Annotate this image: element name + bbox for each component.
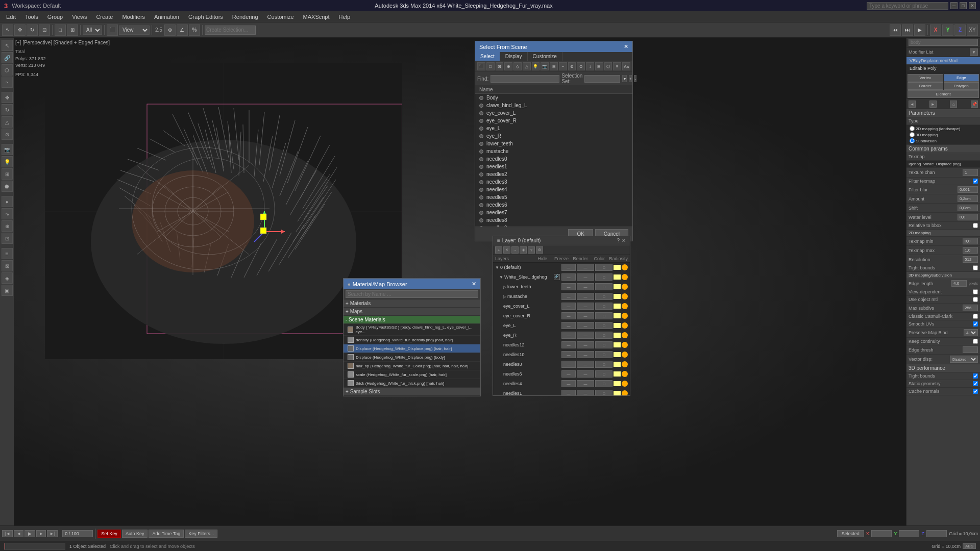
obj-body[interactable]: Body <box>475 94 632 102</box>
mat-browser-close[interactable]: ✕ <box>472 281 476 287</box>
lt-place[interactable]: ⊙ <box>2 129 13 140</box>
keep-cont-check[interactable] <box>973 339 978 344</box>
layer-close[interactable]: ✕ <box>622 238 626 243</box>
abs-rel-btn[interactable]: ABS <box>963 543 976 549</box>
rotate-tool[interactable]: ↻ <box>27 24 38 36</box>
lt-bind[interactable]: ⬡ <box>2 64 13 76</box>
preserve-map-select[interactable]: All <box>964 329 978 336</box>
lt-link[interactable]: 🔗 <box>2 52 13 63</box>
layer-item-eye-cr[interactable]: eye_cover_R — — □ <box>493 311 630 321</box>
cache-normals-check[interactable] <box>973 389 978 394</box>
layer-color-n1[interactable] <box>614 391 621 395</box>
layer-freeze-white[interactable]: — <box>577 273 594 281</box>
layer-render-eye-cr[interactable]: □ <box>595 312 612 319</box>
type-subdiv-radio[interactable] <box>910 138 915 143</box>
layer-freeze-n12[interactable]: — <box>577 341 594 348</box>
layer-new[interactable]: + <box>495 246 502 254</box>
layer-rad-must[interactable] <box>622 293 628 299</box>
frame-counter[interactable] <box>62 530 93 537</box>
layer-hide-white[interactable]: — <box>561 273 576 281</box>
resolution-input[interactable] <box>963 256 978 263</box>
search-input[interactable] <box>867 2 948 10</box>
layer-item-white[interactable]: ▼ White_Slee...dgehog 🔗 — — □ <box>493 272 630 282</box>
layer-color-must[interactable] <box>614 294 621 299</box>
layer-render-n4[interactable]: □ <box>595 380 612 387</box>
layer-render-lower[interactable]: □ <box>595 283 612 290</box>
lt-layer[interactable]: ≡ <box>2 248 13 259</box>
layer-rad-n1[interactable] <box>622 390 628 395</box>
layer-color-eye-cl[interactable] <box>614 304 621 309</box>
z-axis-btn[interactable]: Z <box>954 24 966 36</box>
layer-delete[interactable]: ✕ <box>503 246 510 254</box>
layer-info[interactable]: ? <box>528 246 535 254</box>
menu-rendering[interactable]: Rendering <box>228 13 262 21</box>
subobj-vertex[interactable]: Vertex <box>908 74 943 82</box>
modifier-list-dropdown[interactable]: ▼ <box>970 48 978 56</box>
mat-item-thick[interactable]: thick (Hedgehog_White_fur_thick.png) [ha… <box>344 379 480 388</box>
sel-bone-btn[interactable]: ⊗ <box>568 62 576 70</box>
layer-item-eye-l[interactable]: eye_L — — □ <box>493 321 630 331</box>
mat-search-input[interactable] <box>346 290 478 298</box>
layer-item-lower-teeth[interactable]: ▷ lower_teeth — — □ <box>493 282 630 292</box>
lt-curve[interactable]: ∿ <box>2 208 13 219</box>
menu-views[interactable]: Views <box>68 13 91 21</box>
lt-xref[interactable]: ⊠ <box>2 260 13 271</box>
mod-vray[interactable]: VRayDisplacementMod <box>906 57 980 65</box>
lt-material[interactable]: ♦ <box>2 196 13 207</box>
layer-render-n10[interactable]: □ <box>595 351 612 358</box>
mat-section-materials[interactable]: + Materials <box>344 299 480 308</box>
relative-bbox-check[interactable] <box>973 223 978 228</box>
close-button[interactable]: ✕ <box>969 2 976 9</box>
menu-group[interactable]: Group <box>43 13 67 21</box>
window-crossing[interactable]: ⊞ <box>67 24 78 36</box>
layer-settings[interactable]: ⚙ <box>536 246 543 254</box>
edge-length-input[interactable] <box>951 280 967 287</box>
obj-needles5[interactable]: needles5 <box>475 193 632 201</box>
texmap-max-input[interactable] <box>963 247 978 254</box>
layer-freeze-n10[interactable]: — <box>577 351 594 358</box>
tab-customize[interactable]: Customize <box>528 52 562 61</box>
layer-render-n12[interactable]: □ <box>595 341 612 348</box>
sel-warp-btn[interactable]: ~ <box>559 62 567 70</box>
layer-hide-default[interactable]: — <box>561 264 576 271</box>
menu-edit[interactable]: Edit <box>2 13 20 21</box>
obj-eye-r[interactable]: eye_R <box>475 132 632 140</box>
obj-claws[interactable]: claws_hind_leg_L <box>475 102 632 109</box>
nav-next[interactable]: ► <box>929 101 937 108</box>
sel-set-input[interactable] <box>584 75 620 83</box>
layer-color-eye-cr[interactable] <box>614 313 621 318</box>
obj-needles7[interactable]: needles7 <box>475 209 632 216</box>
auto-key-btn[interactable]: Auto Key <box>122 530 148 538</box>
layer-hide-n12[interactable]: — <box>561 341 576 348</box>
layer-freeze-n4[interactable]: — <box>577 380 594 387</box>
filter-texmap-check[interactable] <box>973 179 978 184</box>
lt-helper[interactable]: ⊞ <box>2 168 13 180</box>
move-tool[interactable]: ✥ <box>14 24 26 36</box>
obj-needles6[interactable]: needles6 <box>475 201 632 209</box>
timeline-prev-frame[interactable]: ◄ <box>14 530 23 537</box>
sel-filter-btn[interactable]: ⊕ <box>504 62 512 70</box>
nav-pin[interactable]: 📌 <box>971 101 978 108</box>
water-level-input[interactable] <box>958 214 978 220</box>
mat-section-scene[interactable]: - Scene Materials <box>344 316 480 324</box>
type-3d-radio[interactable] <box>910 132 915 137</box>
lt-light[interactable]: 💡 <box>2 156 13 167</box>
percent-snap[interactable]: % <box>189 24 200 36</box>
select-tool[interactable]: ↖ <box>2 24 13 36</box>
mat-item-hair-tip[interactable]: hair_tip (Hedgehog_White_fur_Color.png) … <box>344 362 480 370</box>
layer-item-mustache[interactable]: ▷ mustache — — □ <box>493 292 630 302</box>
menu-help[interactable]: Help <box>335 13 355 21</box>
layer-color-n8[interactable] <box>614 362 621 367</box>
lt-manage[interactable]: ◈ <box>2 272 13 284</box>
vector-disp-select[interactable]: Disabled <box>950 356 978 363</box>
nav-home[interactable]: ⌂ <box>950 101 957 108</box>
obj-lower-teeth[interactable]: lower_teeth <box>475 140 632 147</box>
select-dialog-close[interactable]: ✕ <box>624 43 628 50</box>
sel-set-btn2[interactable]: + <box>629 75 632 82</box>
key-filters-btn[interactable]: Key Filters... <box>185 530 217 538</box>
layer-render-n1[interactable]: □ <box>595 390 612 395</box>
layer-rad-eye-cr[interactable] <box>622 313 628 319</box>
menu-tools[interactable]: Tools <box>21 13 42 21</box>
sel-color-btn[interactable]: ⬡ <box>604 62 612 70</box>
layer-render-eye-l[interactable]: □ <box>595 322 612 329</box>
